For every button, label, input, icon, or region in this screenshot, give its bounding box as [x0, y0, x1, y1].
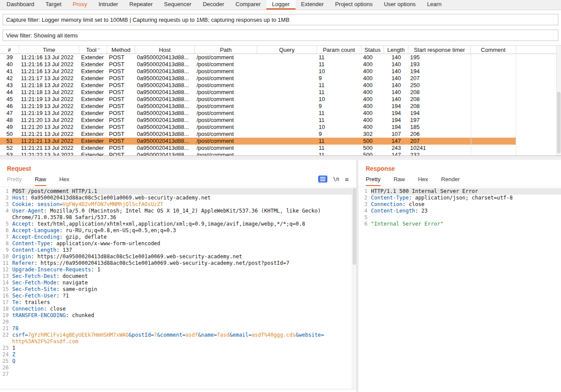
- table-cell: POST: [107, 54, 135, 61]
- table-cell: 10: [317, 68, 361, 75]
- column-header-comment[interactable]: Comment: [471, 46, 516, 54]
- table-row[interactable]: 5011:21:21 13 Jul 2022ExtenderPOST0a9500…: [0, 131, 516, 138]
- table-cell: 11: [317, 110, 361, 117]
- main-tab-comparer[interactable]: Comparer: [230, 0, 266, 10]
- main-tab-extender[interactable]: Extender: [296, 0, 330, 10]
- table-cell: Extender: [79, 131, 107, 138]
- table-cell: 9: [317, 131, 361, 138]
- response-editor[interactable]: 1HTTP/1.1 500 Internal Server Error2Cont…: [359, 187, 561, 392]
- table-row[interactable]: 5211:21:21 13 Jul 2022ExtenderPOST0a9500…: [0, 145, 516, 152]
- column-header-number[interactable]: #: [0, 46, 19, 54]
- line-text: [12, 319, 352, 325]
- line-number: 8: [0, 240, 12, 247]
- table-cell: Extender: [79, 89, 107, 96]
- column-header-tool[interactable]: Tool^: [79, 46, 107, 54]
- table-cell: [257, 117, 317, 124]
- table-cell: [471, 138, 516, 145]
- column-header-path[interactable]: Path: [195, 46, 257, 54]
- code-line: 7Accept-Encoding: gzip, deflate: [0, 234, 352, 240]
- main-tab-user-options[interactable]: User options: [378, 0, 422, 10]
- table-cell: [471, 103, 516, 110]
- column-header-start-response-timer[interactable]: Start response timer: [408, 46, 471, 54]
- table-cell: 41: [0, 68, 19, 75]
- main-tab-project-options[interactable]: Project options: [330, 0, 378, 10]
- table-cell: 208: [408, 96, 471, 103]
- table-scrollbar[interactable]: [556, 46, 561, 155]
- main-tab-learn[interactable]: Learn: [422, 0, 447, 10]
- line-number: 2: [0, 195, 12, 201]
- main-tab-dashboard[interactable]: Dashboard: [1, 0, 40, 10]
- code-line: 5Accept: text/html,application/xhtml+xml…: [0, 221, 352, 227]
- table-cell: 194: [384, 110, 408, 117]
- line-text: POST /post/comment HTTP/1.1: [12, 188, 352, 195]
- table-row[interactable]: 4211:21:17 13 Jul 2022ExtenderPOST0a9500…: [0, 75, 516, 82]
- response-tab-render[interactable]: Render: [441, 176, 460, 186]
- code-line: 4Content-Length: 23: [359, 208, 561, 214]
- column-header-length[interactable]: Length: [384, 46, 408, 54]
- line-number: 1: [359, 188, 371, 195]
- code-line: 27: [0, 371, 352, 378]
- main-tab-repeater[interactable]: Repeater: [124, 0, 158, 10]
- column-header-method[interactable]: Method: [107, 46, 135, 54]
- table-row[interactable]: 4411:21:18 13 Jul 2022ExtenderPOST0a9500…: [0, 89, 516, 96]
- main-tab-logger[interactable]: Logger: [266, 0, 295, 10]
- column-header-label: Query: [279, 47, 294, 53]
- table-cell: /post/comment: [195, 75, 257, 82]
- column-header-label: Length: [388, 47, 405, 53]
- main-tab-sequencer[interactable]: Sequencer: [158, 0, 197, 10]
- line-text: Q: [12, 358, 352, 365]
- table-row[interactable]: 4911:21:20 13 Jul 2022ExtenderPOST0a9500…: [0, 124, 516, 131]
- table-row[interactable]: 5311:21:22 13 Jul 2022ExtenderPOST0a9500…: [0, 152, 516, 155]
- table-row[interactable]: 4111:21:16 13 Jul 2022ExtenderPOST0a9500…: [0, 68, 516, 75]
- word-wrap-icon[interactable]: [318, 176, 327, 182]
- main-tab-proxy[interactable]: Proxy: [67, 0, 93, 10]
- editor-menu-icon[interactable]: ≡: [345, 176, 349, 182]
- table-cell: Extender: [79, 138, 107, 145]
- table-row[interactable]: 4011:21:16 13 Jul 2022ExtenderPOST0a9500…: [0, 61, 516, 68]
- table-row[interactable]: 3911:21:16 13 Jul 2022ExtenderPOST0a9500…: [0, 54, 516, 61]
- table-scrollbar-thumb[interactable]: [557, 92, 561, 153]
- response-tab-hex[interactable]: Hex: [418, 176, 428, 186]
- table-cell: [257, 75, 317, 82]
- table-cell: 11:21:20 13 Jul 2022: [19, 124, 79, 131]
- main-tab-decoder[interactable]: Decoder: [197, 0, 230, 10]
- horizontal-splitter[interactable]: [0, 155, 561, 160]
- line-text: [12, 365, 352, 371]
- table-cell: 44: [0, 89, 19, 96]
- nonprintable-chars-icon[interactable]: \n: [333, 176, 339, 182]
- line-text: Sec-Fetch-Site: same-origin: [12, 286, 352, 293]
- request-tab-raw[interactable]: Raw: [35, 176, 46, 186]
- response-tab-raw[interactable]: Raw: [394, 176, 405, 186]
- table-row[interactable]: 4511:21:19 13 Jul 2022ExtenderPOST0a9500…: [0, 96, 516, 103]
- line-number: 3: [0, 201, 12, 208]
- code-line: 14Sec-Fetch-Mode: navigate: [0, 280, 352, 286]
- table-row[interactable]: 4711:21:19 13 Jul 2022ExtenderPOST0a9500…: [0, 110, 516, 117]
- request-editor-scrollbar-thumb[interactable]: [353, 188, 356, 265]
- capture-filter-bar[interactable]: Capture filter: Logger memory limit set …: [3, 14, 558, 25]
- column-header-query[interactable]: Query: [257, 46, 317, 54]
- column-header-status[interactable]: Status: [361, 46, 384, 54]
- request-editor[interactable]: 1POST /post/comment HTTP/1.12Host: 0a950…: [0, 187, 357, 389]
- table-row[interactable]: 4311:21:18 13 Jul 2022ExtenderPOST0a9500…: [0, 82, 516, 89]
- table-row[interactable]: 4811:21:20 13 Jul 2022ExtenderPOST0a9500…: [0, 117, 516, 124]
- response-tab-pretty[interactable]: Pretty: [366, 176, 381, 186]
- table-cell: /post/comment: [195, 124, 257, 131]
- table-row[interactable]: 4611:21:19 13 Jul 2022ExtenderPOST0a9500…: [0, 103, 516, 110]
- view-filter-bar[interactable]: View filter: Showing all items: [3, 30, 558, 41]
- table-row[interactable]: 5111:21:21 13 Jul 2022ExtenderPOST0a9500…: [0, 138, 516, 145]
- request-panel: Request PrettyRawHex \n ≡ 1POST /post/co…: [0, 160, 357, 392]
- column-header-time[interactable]: Time: [19, 46, 79, 54]
- request-tab-pretty[interactable]: Pretty: [7, 176, 22, 186]
- table-cell: 500: [361, 138, 384, 145]
- table-cell: 206: [408, 131, 471, 138]
- line-number: 14: [0, 280, 12, 286]
- main-tab-intruder[interactable]: Intruder: [93, 0, 124, 10]
- main-tab-target[interactable]: Target: [40, 0, 67, 10]
- table-cell: 400: [361, 54, 384, 61]
- line-number: 18: [0, 306, 12, 312]
- request-editor-scrollbar[interactable]: [352, 187, 357, 389]
- column-header-param-count[interactable]: Param count: [317, 46, 361, 54]
- request-tab-hex[interactable]: Hex: [59, 176, 69, 186]
- line-text: Accept: text/html,application/xhtml+xml,…: [12, 221, 352, 227]
- column-header-host[interactable]: Host: [135, 46, 195, 54]
